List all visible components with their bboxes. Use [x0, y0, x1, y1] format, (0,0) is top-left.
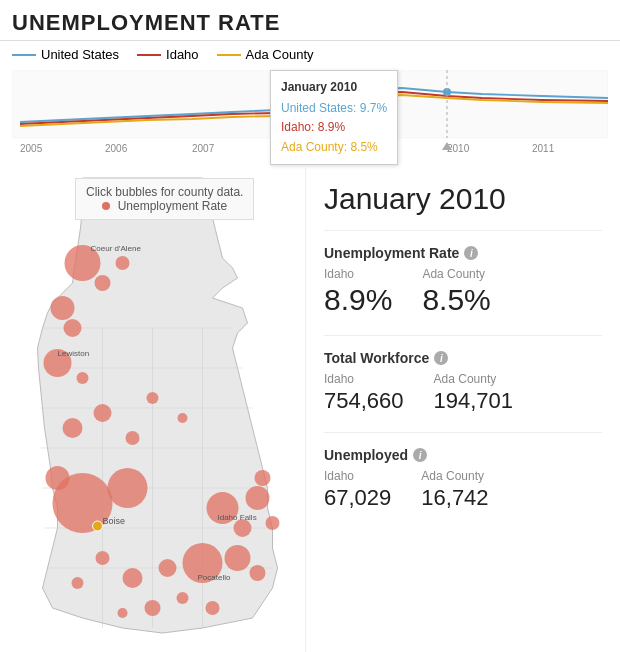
metric-unemployment-cols: Idaho 8.9% Ada County 8.5% — [324, 267, 602, 317]
bubble-if5[interactable] — [255, 470, 271, 486]
legend-line-us — [12, 54, 36, 56]
map-panel: Click bubbles for county data. Unemploym… — [0, 168, 305, 652]
chart-legend: United States Idaho Ada County — [0, 41, 620, 68]
svg-text:2007: 2007 — [192, 143, 215, 154]
metric-unemployment: Unemployment Rate i Idaho 8.9% Ada Count… — [324, 245, 602, 317]
metric-unemployment-ada: Ada County 8.5% — [422, 267, 490, 317]
metric-unemployment-title: Unemployment Rate i — [324, 245, 602, 261]
data-date-title: January 2010 — [324, 182, 602, 216]
tooltip-us: United States: 9.7% — [281, 99, 387, 118]
svg-text:2011: 2011 — [532, 143, 555, 154]
tooltip-date: January 2010 — [281, 78, 387, 97]
legend-item-idaho: Idaho — [137, 47, 199, 62]
bubble-s3[interactable] — [72, 577, 84, 589]
bubble-poc3[interactable] — [159, 559, 177, 577]
bubble-s7[interactable] — [206, 601, 220, 615]
map-instruction-text: Click bubbles for county data. — [86, 185, 243, 199]
bubble-poc2[interactable] — [225, 545, 251, 571]
info-icon-unemployment[interactable]: i — [464, 246, 478, 260]
bubble-s6[interactable] — [177, 592, 189, 604]
bubble-n1[interactable] — [51, 296, 75, 320]
legend-line-idaho — [137, 54, 161, 56]
info-icon-workforce[interactable]: i — [434, 351, 448, 365]
legend-label-idaho: Idaho — [166, 47, 199, 62]
svg-text:2005: 2005 — [20, 143, 43, 154]
bubble-l2[interactable] — [77, 372, 89, 384]
divider-2 — [324, 335, 602, 336]
divider-1 — [324, 230, 602, 231]
page-header: UNEMPLOYMENT RATE — [0, 0, 620, 41]
legend-label-ada: Ada County — [246, 47, 314, 62]
legend-line-ada — [217, 54, 241, 56]
bubble-poc4[interactable] — [250, 565, 266, 581]
bubble-boise3[interactable] — [46, 466, 70, 490]
bubble-if4[interactable] — [266, 516, 280, 530]
chart-tooltip: January 2010 United States: 9.7% Idaho: … — [270, 70, 398, 165]
tooltip-ada: Ada County: 8.5% — [281, 138, 387, 157]
bubble-c5[interactable] — [178, 413, 188, 423]
bubble-s1[interactable] — [96, 551, 110, 565]
data-panel: January 2010 Unemployment Rate i Idaho 8… — [305, 168, 620, 652]
bubble-if2[interactable] — [246, 486, 270, 510]
svg-text:2006: 2006 — [105, 143, 128, 154]
bubble-boise2[interactable] — [108, 468, 148, 508]
info-icon-unemployed[interactable]: i — [413, 448, 427, 462]
bubble-c1[interactable] — [94, 404, 112, 422]
bubble-c4[interactable] — [126, 431, 140, 445]
map-instructions: Click bubbles for county data. Unemploym… — [75, 178, 254, 220]
metric-unemployed-idaho: Idaho 67,029 — [324, 469, 391, 511]
map-legend-dot — [102, 202, 110, 210]
legend-item-ada: Ada County — [217, 47, 314, 62]
bubble-s4[interactable] — [145, 600, 161, 616]
bubble-n2[interactable] — [95, 275, 111, 291]
metric-workforce-title: Total Workforce i — [324, 350, 602, 366]
boise-marker — [93, 521, 103, 531]
coeur-dalene-label: Coeur d'Alene — [91, 244, 142, 253]
tooltip-idaho: Idaho: 8.9% — [281, 118, 387, 137]
metric-workforce-cols: Idaho 754,660 Ada County 194,701 — [324, 372, 602, 414]
metric-unemployed-cols: Idaho 67,029 Ada County 16,742 — [324, 469, 602, 511]
divider-3 — [324, 432, 602, 433]
metric-unemployed-ada: Ada County 16,742 — [421, 469, 488, 511]
idaho-map-svg[interactable]: Boise Idaho Falls Pocatello Co — [0, 168, 305, 652]
pocatello-label: Pocatello — [198, 573, 231, 582]
bubble-c3[interactable] — [63, 418, 83, 438]
metric-unemployed: Unemployed i Idaho 67,029 Ada County 16,… — [324, 447, 602, 511]
main-area: Click bubbles for county data. Unemploym… — [0, 168, 620, 652]
bubble-n3[interactable] — [64, 319, 82, 337]
bubble-s5[interactable] — [118, 608, 128, 618]
metric-unemployed-title: Unemployed i — [324, 447, 602, 463]
legend-label-us: United States — [41, 47, 119, 62]
metric-workforce-idaho: Idaho 754,660 — [324, 372, 404, 414]
metric-unemployment-idaho: Idaho 8.9% — [324, 267, 392, 317]
lewiston-label: Lewiston — [58, 349, 90, 358]
metric-workforce-ada: Ada County 194,701 — [434, 372, 514, 414]
boise-label: Boise — [103, 516, 126, 526]
idaho-falls-label: Idaho Falls — [218, 513, 257, 522]
metric-workforce: Total Workforce i Idaho 754,660 Ada Coun… — [324, 350, 602, 414]
map-legend-label: Unemployment Rate — [118, 199, 227, 213]
bubble-c2[interactable] — [147, 392, 159, 404]
legend-item-us: United States — [12, 47, 119, 62]
page-title: UNEMPLOYMENT RATE — [12, 10, 608, 36]
line-chart[interactable]: January 2010 United States: 9.7% Idaho: … — [0, 68, 620, 168]
bubble-n4[interactable] — [116, 256, 130, 270]
bubble-s2[interactable] — [123, 568, 143, 588]
